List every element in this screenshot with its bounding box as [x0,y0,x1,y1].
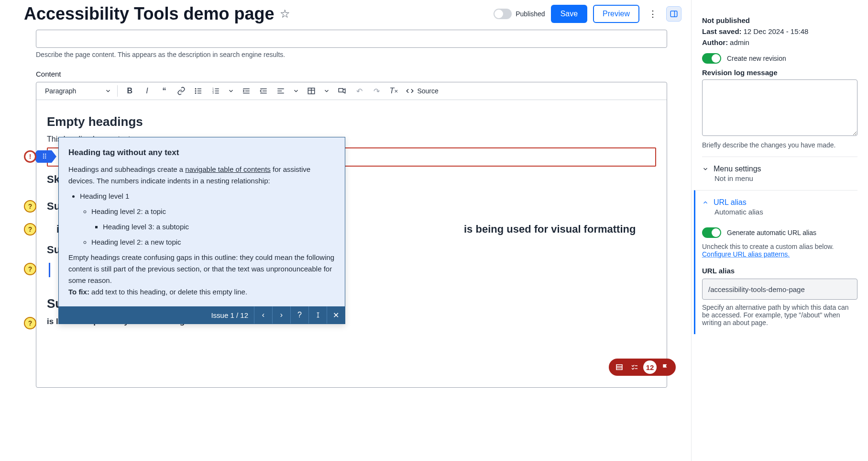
svg-rect-26 [339,89,343,92]
sidebar: Not published Last saved: 12 Dec 2024 - … [691,0,868,461]
indent-right-icon[interactable] [241,86,252,96]
callout-list-item: Heading level 3: a subtopic [103,221,335,233]
status-label: Not published [702,16,750,24]
revision-log-input[interactable] [702,79,857,136]
url-alias-subtitle: Automatic alias [714,208,857,216]
undo-icon[interactable]: ↶ [354,86,364,96]
issue-toolbar: 12 [609,359,676,376]
warning-marker-icon[interactable]: ? [24,200,36,213]
auto-alias-label: Generate automatic URL alias [727,229,816,236]
callout-list-item: Heading level 2: a new topic [91,236,335,248]
align-icon[interactable] [275,86,286,96]
svg-text:3: 3 [213,92,214,94]
close-callout-button[interactable]: ✕ [327,306,345,324]
paragraph-select[interactable]: Paragraph [41,85,118,97]
flag-icon[interactable] [659,360,672,374]
italic-icon[interactable]: I [142,86,152,96]
url-alias-field-label: URL alias [702,267,735,275]
auto-alias-help: Uncheck this to create a custom alias be… [702,243,857,250]
svg-point-4 [196,93,197,94]
link-icon[interactable] [176,86,187,96]
source-button[interactable]: Source [406,87,438,95]
bold-icon[interactable]: B [124,86,135,96]
panel-toggle-icon[interactable] [666,6,681,22]
table-icon[interactable] [306,86,317,96]
url-alias-input[interactable] [702,279,857,300]
align-chevron-icon[interactable] [293,88,299,94]
warning-marker-icon[interactable]: ? [24,263,36,275]
revision-toggle[interactable] [702,53,721,64]
accessibility-callout: Heading tag without any text Headings an… [58,137,345,324]
media-icon[interactable] [337,86,347,96]
url-alias-help: Specify an alternative path by which thi… [702,304,857,326]
preview-button[interactable]: Preview [593,5,639,23]
callout-list-item: Heading level 2: a topic [91,206,335,217]
callout-link[interactable]: navigable table of contents [185,165,270,173]
callout-paragraph: Empty headings create confusing gaps in … [68,252,335,286]
chevron-up-icon [702,199,709,206]
table-chevron-icon[interactable] [323,88,330,94]
next-issue-button[interactable]: › [272,306,290,324]
url-alias-accordion[interactable]: URL alias [702,198,857,207]
chevron-down-icon [105,88,111,94]
description-help: Describe the page content. This appears … [36,51,667,58]
menu-settings-accordion[interactable]: Menu settings [702,165,857,173]
description-input[interactable] [36,30,667,48]
numbered-list-icon[interactable]: 123 [210,86,221,96]
bullet-list-icon[interactable] [193,86,204,96]
page-title: Accessibility Tools demo page [24,4,274,24]
list-chevron-icon[interactable] [228,88,234,94]
favorite-star-icon[interactable]: ☆ [280,7,290,21]
warning-marker-icon[interactable]: ? [24,317,36,329]
prev-issue-button[interactable]: ‹ [254,306,272,324]
cursor-button[interactable] [308,306,327,324]
editor-toolbar: Paragraph B I “ 123 [36,82,667,100]
revision-toggle-label: Create new revision [727,55,786,62]
svg-rect-30 [616,365,622,370]
last-saved-label: Last saved: [702,27,742,35]
author-label: Author: [702,38,728,46]
redo-icon[interactable]: ↷ [371,86,382,96]
save-button[interactable]: Save [551,5,587,23]
svg-point-2 [196,89,197,90]
published-label: Published [516,10,545,18]
error-marker-icon[interactable]: ! [24,150,36,163]
configure-patterns-link[interactable]: Configure URL alias patterns. [702,250,790,258]
menu-settings-subtitle: Not in menu [714,174,857,182]
callout-title: Heading tag without any text [68,146,335,159]
auto-alias-toggle[interactable] [702,227,721,238]
heading-empty-headings: Empty headings [47,114,656,129]
issue-count-badge[interactable]: 12 [643,360,657,374]
content-label: Content [36,70,667,78]
revision-log-label: Revision log message [702,68,778,77]
svg-rect-0 [670,11,677,17]
svg-point-3 [196,90,197,91]
drag-handle-icon[interactable]: ⠿ [37,150,52,163]
clear-format-icon[interactable]: T× [388,86,399,96]
chevron-down-icon [702,166,709,172]
callout-list-item: Heading level 1 [80,191,335,202]
last-saved-value: 12 Dec 2024 - 15:48 [743,27,808,35]
indent-left-icon[interactable] [258,86,269,96]
revision-help: Briefly describe the changes you have ma… [702,141,857,149]
issue-list-icon[interactable] [613,360,626,374]
author-value: admin [730,38,749,46]
issue-counter: Issue 1 / 12 [205,307,254,323]
callout-paragraph: Headings and subheadings create a naviga… [68,164,335,187]
published-toggle[interactable] [494,9,512,19]
quote-icon[interactable]: “ [159,86,169,96]
issue-check-icon[interactable] [628,360,641,374]
callout-fix: To fix: add text to this heading, or del… [68,286,335,298]
more-menu-icon[interactable]: ⋮ [645,6,660,22]
warning-marker-icon[interactable]: ? [24,223,36,236]
help-button[interactable]: ? [290,306,308,324]
